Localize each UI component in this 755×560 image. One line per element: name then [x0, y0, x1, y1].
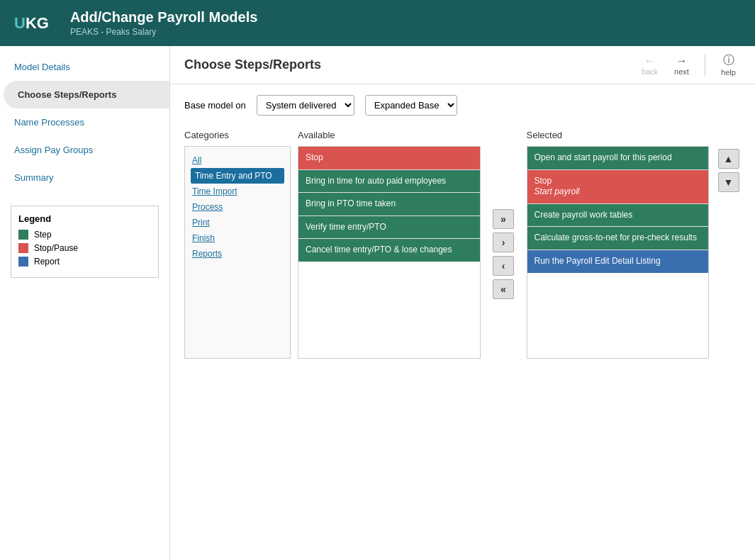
list-item[interactable]: Open and start payroll for this period	[527, 147, 709, 170]
selected-column: Selected Open and start payroll for this…	[527, 130, 710, 359]
list-item[interactable]: Bring in time for auto paid employees	[298, 170, 480, 194]
page-title: Choose Steps/Reports	[184, 57, 321, 72]
list-item[interactable]: Calculate gross-to-net for pre-check res…	[527, 227, 709, 250]
category-list: All Time Entry and PTO Time Import Proce…	[184, 146, 291, 359]
list-item[interactable]: Create payroll work tables	[527, 204, 709, 228]
content-area: Base model on System delivered Expanded …	[170, 84, 755, 369]
move-up-button[interactable]: ▲	[718, 149, 739, 169]
legend-title: Legend	[18, 213, 151, 224]
categories-column: Categories All Time Entry and PTO Time I…	[184, 130, 291, 359]
help-icon: ⓘ	[723, 53, 734, 68]
header-title-area: Add/Change Payroll Models PEAKS - Peaks …	[70, 9, 257, 37]
sidebar-item-name-processes[interactable]: Name Processes	[0, 108, 169, 136]
report-color-swatch	[18, 257, 28, 267]
app-subtitle: PEAKS - Peaks Salary	[70, 27, 257, 37]
available-list[interactable]: Stop Bring in time for auto paid employe…	[298, 146, 481, 359]
stop-color-swatch	[18, 243, 28, 253]
next-button[interactable]: → next	[669, 55, 694, 76]
next-icon: →	[676, 55, 688, 67]
category-reports[interactable]: Reports	[191, 246, 284, 262]
category-print[interactable]: Print	[191, 215, 284, 230]
category-all[interactable]: All	[191, 152, 284, 168]
app-header: UKG Add/Change Payroll Models PEAKS - Pe…	[0, 0, 755, 46]
category-process[interactable]: Process	[191, 199, 284, 215]
category-time-import[interactable]: Time Import	[191, 184, 284, 199]
expanded-base-select[interactable]: Expanded BaseStandard BaseMinimal Base	[365, 95, 457, 116]
add-all-button[interactable]: »	[493, 209, 514, 229]
sidebar-item-choose-steps[interactable]: Choose Steps/Reports	[4, 81, 169, 108]
sidebar-item-assign-pay-groups[interactable]: Assign Pay Groups	[0, 136, 169, 164]
next-label: next	[674, 67, 689, 76]
legend-step-label: Step	[34, 230, 52, 240]
list-item[interactable]: Verify time entry/PTO	[298, 216, 480, 240]
logo: UKG	[14, 14, 49, 33]
legend-stop-label: Stop/Pause	[34, 243, 78, 253]
list-item[interactable]: Cancel time entry/PTO & lose changes	[298, 239, 480, 262]
category-time-entry[interactable]: Time Entry and PTO	[191, 168, 284, 184]
columns-layout: Categories All Time Entry and PTO Time I…	[184, 130, 741, 359]
categories-header: Categories	[184, 130, 291, 140]
list-item[interactable]: Stop	[298, 147, 480, 170]
help-button[interactable]: ⓘ help	[716, 53, 741, 77]
remove-one-button[interactable]: ‹	[493, 256, 514, 276]
legend-report: Report	[18, 257, 151, 267]
back-label: back	[642, 67, 658, 76]
selected-header: Selected	[527, 130, 710, 140]
legend: Legend Step Stop/Pause Report	[11, 206, 159, 278]
list-item[interactable]: Bring in PTO time taken	[298, 193, 480, 216]
top-nav-bar: Choose Steps/Reports ← back → next ⓘ hel…	[170, 46, 755, 84]
main-content: Choose Steps/Reports ← back → next ⓘ hel…	[170, 46, 755, 560]
back-icon: ←	[644, 55, 656, 67]
add-one-button[interactable]: ›	[493, 233, 514, 252]
legend-step: Step	[18, 230, 151, 240]
sidebar-item-summary[interactable]: Summary	[0, 164, 169, 191]
nav-buttons: ← back → next ⓘ help	[637, 53, 741, 77]
available-column: Available Stop Bring in time for auto pa…	[298, 130, 481, 359]
transfer-buttons: » › ‹ «	[488, 130, 520, 359]
category-finish[interactable]: Finish	[191, 230, 284, 246]
base-model-label: Base model on	[184, 100, 246, 111]
sidebar-item-model-details[interactable]: Model Details	[0, 53, 169, 81]
sidebar: Model Details Choose Steps/Reports Name …	[0, 46, 170, 560]
list-item[interactable]: Stop Start payroll	[527, 170, 709, 204]
nav-divider	[705, 55, 705, 76]
step-color-swatch	[18, 230, 28, 240]
updown-buttons: ▲ ▼	[716, 130, 741, 359]
selected-list[interactable]: Open and start payroll for this period S…	[527, 146, 710, 359]
legend-report-label: Report	[34, 257, 60, 267]
legend-stop-pause: Stop/Pause	[18, 243, 151, 253]
back-button[interactable]: ← back	[637, 55, 662, 76]
available-header: Available	[298, 130, 481, 140]
list-item[interactable]: Run the Payroll Edit Detail Listing	[527, 250, 709, 273]
remove-all-button[interactable]: «	[493, 279, 514, 299]
base-model-row: Base model on System delivered Expanded …	[184, 95, 741, 116]
app-title: Add/Change Payroll Models	[70, 9, 257, 26]
system-delivered-select[interactable]: System delivered	[257, 95, 354, 116]
help-label: help	[721, 68, 736, 77]
move-down-button[interactable]: ▼	[718, 172, 739, 192]
